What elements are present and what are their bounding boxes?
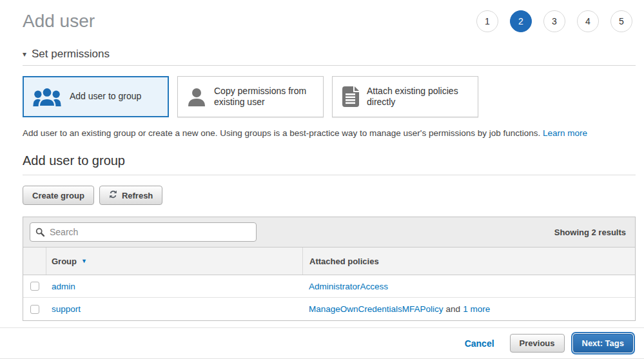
policy-link[interactable]: AdministratorAccess	[309, 282, 388, 291]
document-icon	[342, 86, 359, 107]
policies-column-label: Attached policies	[309, 257, 379, 266]
group-cell: admin	[46, 275, 302, 297]
add-user-to-group-title: Add user to group	[23, 153, 636, 175]
checkbox-cell	[23, 298, 46, 320]
row-checkbox[interactable]	[30, 305, 39, 314]
step-3: 3	[543, 10, 565, 32]
refresh-label: Refresh	[122, 191, 153, 200]
table-row-admin: admin AdministratorAccess	[23, 275, 635, 298]
search-input[interactable]	[30, 222, 257, 242]
table-row-support: support ManageOwnCredentialsMFAPolicy an…	[23, 298, 635, 320]
collapse-triangle-icon: ▾	[23, 50, 26, 59]
search-icon	[35, 228, 44, 239]
page-title: Add user	[23, 11, 95, 32]
single-user-icon	[187, 87, 206, 106]
cancel-button[interactable]: Cancel	[465, 338, 494, 349]
table-toolbar: Showing 2 results	[23, 217, 635, 247]
step-4: 4	[577, 10, 599, 32]
option-label: Attach existing policies directly	[367, 86, 473, 108]
previous-button[interactable]: Previous	[510, 334, 565, 353]
step-1: 1	[476, 10, 498, 32]
option-copy-permissions[interactable]: Copy permissions from existing user	[177, 76, 324, 117]
create-group-button[interactable]: Create group	[23, 186, 94, 205]
wizard-header: Add user 1 2 3 4 5	[0, 0, 644, 32]
search-box	[30, 222, 257, 242]
policies-cell: ManageOwnCredentialsMFAPolicy and 1 more	[302, 298, 635, 320]
option-attach-policies[interactable]: Attach existing policies directly	[332, 76, 478, 117]
option-add-user-to-group[interactable]: Add user to group	[23, 76, 169, 117]
results-count: Showing 2 results	[554, 228, 629, 237]
step-2-active: 2	[510, 10, 532, 32]
checkbox-cell	[23, 275, 46, 297]
set-permissions-section-header[interactable]: ▾ Set permissions	[23, 48, 636, 66]
policy-link[interactable]: ManageOwnCredentialsMFAPolicy	[309, 304, 444, 314]
option-label: Copy permissions from existing user	[214, 86, 318, 108]
header-checkbox-cell	[23, 247, 46, 275]
group-link[interactable]: admin	[52, 282, 75, 291]
section-description: Add user to an existing group or create …	[23, 128, 636, 138]
step-5: 5	[610, 10, 632, 32]
permission-option-cards: Add user to group Copy permissions from …	[23, 76, 636, 117]
row-checkbox[interactable]	[30, 282, 39, 291]
groups-table: Showing 2 results Group ▼ Attached polic…	[23, 217, 636, 321]
policies-cell: AdministratorAccess	[302, 275, 635, 297]
sort-descending-icon: ▼	[81, 258, 87, 264]
policy-separator: and	[446, 304, 461, 314]
option-label: Add user to group	[70, 91, 141, 102]
refresh-icon	[109, 190, 117, 200]
add-user-wizard: Add user 1 2 3 4 5 ▾ Set permissions	[0, 0, 644, 359]
column-header-policies: Attached policies	[302, 247, 635, 275]
group-cell: support	[46, 298, 302, 320]
group-link[interactable]: support	[52, 304, 81, 314]
set-permissions-title: Set permissions	[32, 48, 110, 61]
refresh-button[interactable]: Refresh	[99, 186, 162, 205]
user-group-icon	[32, 86, 62, 107]
wizard-footer: Cancel Previous Next: Tags	[0, 327, 644, 359]
learn-more-link[interactable]: Learn more	[543, 128, 587, 138]
group-actions: Create group Refresh	[23, 186, 636, 205]
next-tags-button[interactable]: Next: Tags	[573, 334, 634, 353]
step-indicator: 1 2 3 4 5	[476, 10, 632, 32]
table-header-row: Group ▼ Attached policies	[23, 247, 635, 275]
column-header-group[interactable]: Group ▼	[46, 247, 302, 275]
more-policies-link[interactable]: 1 more	[463, 304, 490, 314]
group-column-label: Group	[52, 257, 77, 266]
description-text: Add user to an existing group or create …	[23, 128, 540, 138]
